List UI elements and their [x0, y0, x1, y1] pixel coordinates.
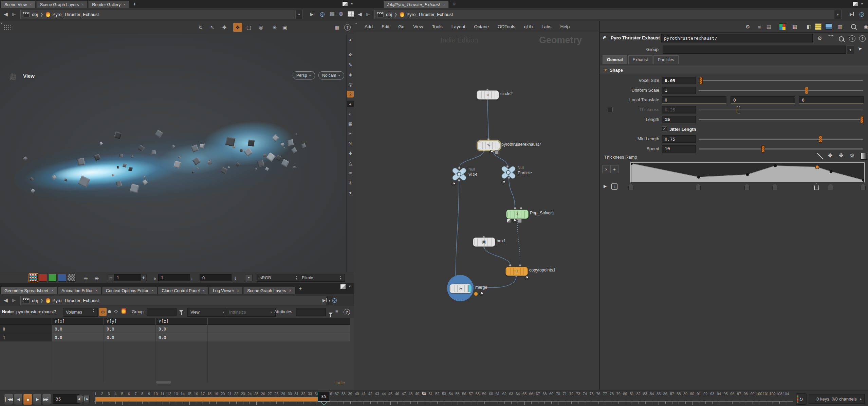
intrinsics-select[interactable]: Intrinsics▼	[226, 308, 276, 317]
param-slider-track[interactable]	[699, 80, 863, 81]
pane-layout-icon[interactable]	[340, 284, 346, 289]
tool-grid-icon[interactable]	[3, 24, 12, 31]
tab-bottom-5[interactable]: Scene Graph Layers×	[243, 287, 295, 294]
param-field[interactable]: 0.75	[662, 135, 696, 143]
param-field[interactable]: 0.05	[662, 77, 696, 84]
pin-pane-icon[interactable]: ▶	[322, 298, 327, 303]
param-field[interactable]: 0.25	[662, 106, 696, 113]
ramp-delete-button[interactable]: ×	[602, 165, 610, 173]
tab-close-icon[interactable]: ×	[237, 289, 239, 293]
viewport-3d[interactable]: 🎥 View Persp▼ No cam▼ >120.0fps Indie Ed…	[0, 34, 354, 272]
lookat-link-icon[interactable]: ◍	[339, 11, 343, 17]
node-circle2[interactable]: ○	[477, 90, 499, 100]
projection-selector[interactable]: Persp▼	[293, 71, 315, 80]
breadcrumb-node[interactable]: Pyro_Thruster_Exhaust	[53, 298, 99, 303]
tab-close-icon[interactable]: ×	[289, 289, 291, 293]
nav-back-icon[interactable]: ◀	[2, 296, 10, 304]
tree-view-icon[interactable]: ≡	[755, 23, 763, 31]
gamma-field[interactable]: 1	[158, 274, 190, 281]
pane-expand-icon[interactable]: ▲	[0, 22, 3, 25]
lock-badge-icon[interactable]	[518, 219, 522, 223]
breadcrumb-node[interactable]: Pyro_Thruster_Exhaust	[407, 12, 453, 17]
takes-icon[interactable]: ▥	[836, 23, 844, 31]
hscrollbar-handle[interactable]	[156, 381, 171, 384]
grid-view-icon[interactable]: ▦	[791, 23, 799, 31]
visibility-icon[interactable]: ◉	[862, 23, 868, 31]
nav-forward-icon[interactable]: ▶	[10, 296, 18, 304]
ramp-move-icon[interactable]: ✥	[828, 152, 832, 159]
jitter-length-checkbox[interactable]: ✓	[662, 126, 667, 131]
bright-toggle-icon[interactable]: ✳	[92, 274, 101, 283]
nav-back-icon[interactable]: ◀	[2, 10, 10, 18]
table-cell[interactable]: 0.0	[104, 325, 156, 333]
tab-bottom-0[interactable]: Geometry Spreadsheet×	[1, 287, 57, 294]
pane-layout-icon[interactable]	[342, 1, 348, 6]
pin-pane-icon[interactable]: ▶	[850, 12, 854, 17]
keys-status[interactable]: 0 keys, 0/0 channels ▲	[809, 394, 865, 404]
breadcrumb-context[interactable]: obj	[32, 12, 38, 17]
param-tab-exhaust[interactable]: Exhaust	[628, 55, 652, 64]
view-select[interactable]: View▼	[187, 308, 228, 317]
menu-layout[interactable]: Layout	[447, 21, 470, 32]
current-frame-field[interactable]: 35	[53, 394, 79, 404]
breadcrumb[interactable]: obj❯Pyro_Thruster_Exhaust	[374, 10, 839, 19]
param-field[interactable]: 0	[662, 96, 726, 104]
nav-back-icon[interactable]: ◀	[356, 10, 364, 18]
ramp-key-marker-4[interactable]	[814, 183, 819, 190]
ramp-key-marker-1[interactable]	[696, 183, 701, 190]
display-option-icon-15[interactable]: ▾	[347, 189, 354, 196]
playhead[interactable]: 35	[318, 391, 330, 402]
spinner-icon[interactable]: ▲▼	[339, 276, 342, 280]
clock-badge-icon[interactable]	[512, 219, 516, 223]
param-slider-track[interactable]	[699, 90, 863, 91]
column-header[interactable]: P[y]	[104, 318, 156, 325]
breadcrumb[interactable]: obj❯Pyro_Thruster_Exhaust	[20, 10, 300, 19]
param-slider-track[interactable]	[699, 148, 863, 149]
param-field[interactable]: 1	[662, 87, 696, 94]
help-icon[interactable]: ?	[859, 35, 866, 42]
param-field[interactable]: 10	[662, 145, 696, 153]
group-filter-field[interactable]	[147, 308, 177, 316]
pane-layout-icon[interactable]	[852, 1, 858, 6]
clamp-icon[interactable]: ⤓	[231, 274, 240, 283]
tab-bottom-new-tab-button[interactable]: +	[296, 285, 305, 292]
display-option-icon-12[interactable]: ◬	[347, 160, 354, 166]
group-pick-icon[interactable]: ➤	[857, 45, 863, 52]
tab-right-0[interactable]: /obj/Pyro_Thruster_Exhaust×	[384, 1, 449, 8]
pane-menu-icon[interactable]: ▼	[348, 285, 351, 288]
follow-selection-icon[interactable]: ◎	[332, 297, 337, 303]
node-name-field[interactable]: pyrothrusterexhaust7	[661, 34, 813, 42]
spinner-icon[interactable]: ▲▼	[295, 276, 298, 280]
box-select-icon[interactable]: ▢	[244, 23, 253, 32]
ramp-key-marker-5[interactable]	[828, 183, 833, 190]
display-option-icon-11[interactable]: ✚	[347, 150, 354, 157]
nav-forward-icon[interactable]: ▶	[10, 10, 18, 18]
ramp-key-marker-3[interactable]	[772, 183, 777, 190]
display-option-icon-0[interactable]: ▴	[347, 36, 354, 43]
group-dropdown-button[interactable]: ▼	[847, 46, 854, 54]
clock-badge-icon[interactable]	[524, 276, 529, 280]
snap-multi-icon[interactable]: ✳	[270, 23, 279, 32]
network-overlay-icon[interactable]: ▦	[333, 23, 341, 32]
param-slider-track[interactable]	[699, 139, 863, 140]
geometry-link-icon[interactable]: ▧	[330, 11, 335, 17]
row-header[interactable]: 1	[0, 333, 52, 342]
tab-close-icon[interactable]: ×	[124, 3, 126, 6]
tab-bottom-2[interactable]: Context Options Editor×	[102, 287, 158, 294]
node-pyrothrusterexhaust7[interactable]: ✎	[478, 141, 500, 150]
display-option-icon-13[interactable]: ≋	[347, 170, 354, 176]
pane-menu-icon[interactable]: ▼	[861, 2, 864, 5]
node-copytopoints1[interactable]: ∷	[505, 267, 528, 276]
tab-bottom-1[interactable]: Animation Editor×	[58, 287, 101, 294]
detail-mode-icon[interactable]	[122, 308, 126, 314]
gear-icon[interactable]: ⚙	[816, 34, 824, 42]
tab-bottom-4[interactable]: Log Viewer×	[209, 287, 243, 294]
menu-octane[interactable]: Octane	[469, 21, 493, 32]
pane-menu-icon[interactable]: ▼	[350, 2, 353, 5]
breadcrumb-context[interactable]: obj	[386, 12, 392, 17]
display-flag-indicator[interactable]	[468, 285, 472, 292]
column-header[interactable]: P[x]	[52, 318, 104, 325]
pane-expand-icon[interactable]: ▲	[355, 22, 357, 25]
help-icon[interactable]: ?	[344, 24, 351, 31]
search-icon[interactable]	[851, 24, 856, 29]
